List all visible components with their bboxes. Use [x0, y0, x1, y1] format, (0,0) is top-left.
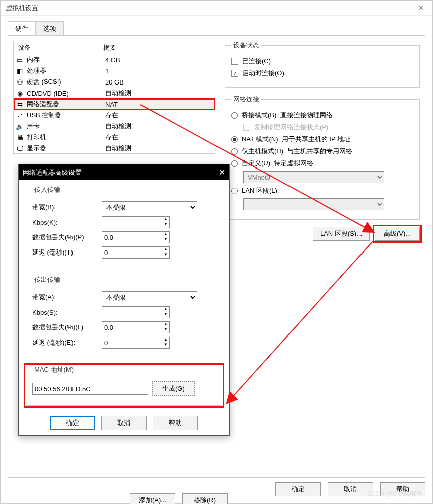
- memory-icon: ▭: [16, 56, 24, 64]
- cpu-icon: ◧: [16, 67, 24, 75]
- bandwidth-in-select[interactable]: 不受限: [102, 201, 197, 213]
- col-summary: 摘要: [103, 43, 116, 52]
- lan-segments-button[interactable]: LAN 区段(S)...: [313, 227, 370, 241]
- spinner-icon[interactable]: ▲▼: [162, 231, 170, 243]
- delay-out-input[interactable]: [102, 337, 162, 349]
- spinner-icon[interactable]: ▲▼: [162, 321, 170, 333]
- mac-input[interactable]: [32, 383, 148, 395]
- titlebar: 虚拟机设置 ✕: [1, 1, 432, 16]
- display-icon: 🖵: [16, 145, 24, 152]
- col-device: 设备: [18, 43, 103, 52]
- tabs: 硬件 选项: [8, 21, 425, 35]
- network-icon: ⇆: [16, 101, 24, 108]
- mac-group: MAC 地址(M) 生成(G): [26, 365, 222, 406]
- cd-icon: ◉: [16, 90, 24, 97]
- table-row[interactable]: 🖶打印机存在: [14, 132, 215, 143]
- table-row[interactable]: ⇌USB 控制器存在: [14, 110, 215, 121]
- advanced-dialog: 网络适配器高级设置 ✕ 传入传输 带宽(B):不受限 Kbps(K):▲▼ 数据…: [18, 164, 230, 436]
- modal-ok-button[interactable]: 确定: [50, 416, 95, 430]
- incoming-group: 传入传输 带宽(B):不受限 Kbps(K):▲▼ 数据包丢失(%)(P)▲▼ …: [26, 185, 222, 268]
- close-icon[interactable]: ✕: [415, 3, 427, 13]
- tab-options[interactable]: 选项: [36, 21, 64, 36]
- watermark: CSDN @炸鸡嘎嘣脆: [367, 490, 422, 498]
- status-legend: 设备状态: [231, 41, 261, 50]
- loss-in-input[interactable]: [102, 231, 162, 243]
- netconn-legend: 网络连接: [231, 95, 261, 104]
- settings-window: 虚拟机设置 ✕ 硬件 选项 设备 摘要 ▭内存4 GB ◧处理器1 ⛁: [0, 0, 433, 504]
- connected-label: 已连接(C): [242, 57, 271, 66]
- table-row-network[interactable]: ⇆网络适配器NAT: [14, 99, 215, 110]
- add-button[interactable]: 添加(A)...: [130, 493, 175, 504]
- modal-help-button[interactable]: 帮助: [153, 416, 198, 430]
- radio-lan[interactable]: [231, 188, 238, 194]
- network-connection-group: 网络连接 桥接模式(B): 直接连接物理网络 复制物理网络连接状态(P) NAT…: [225, 95, 420, 220]
- printer-icon: 🖶: [16, 134, 24, 141]
- table-row[interactable]: 🖵显示器自动检测: [14, 143, 215, 154]
- kbps-out-input[interactable]: [102, 306, 162, 318]
- modal-cancel-button[interactable]: 取消: [101, 416, 147, 430]
- generate-button[interactable]: 生成(G): [152, 381, 195, 396]
- lan-select: [243, 198, 384, 210]
- connected-checkbox[interactable]: [231, 58, 238, 65]
- radio-host[interactable]: [231, 148, 238, 155]
- remove-button[interactable]: 移除(R): [182, 493, 228, 504]
- bandwidth-out-select[interactable]: 不受限: [102, 291, 197, 303]
- table-row[interactable]: ▭内存4 GB: [14, 54, 215, 65]
- table-row[interactable]: ⛁硬盘 (SCSI)20 GB: [14, 76, 215, 88]
- table-row[interactable]: ◧处理器1: [14, 65, 215, 76]
- close-icon[interactable]: ✕: [219, 167, 225, 177]
- spinner-icon[interactable]: ▲▼: [162, 337, 170, 349]
- spinner-icon[interactable]: ▲▼: [162, 216, 170, 228]
- replicate-checkbox: [243, 124, 250, 131]
- loss-out-input[interactable]: [102, 321, 162, 333]
- sound-icon: 🔈: [16, 123, 24, 130]
- connect-on-checkbox[interactable]: ✓: [231, 70, 238, 77]
- advanced-button[interactable]: 高级(V)...: [375, 227, 420, 241]
- ok-button[interactable]: 确定: [275, 482, 321, 496]
- device-status-group: 设备状态 已连接(C) ✓启动时连接(O): [225, 41, 420, 88]
- table-row[interactable]: 🔈声卡自动检测: [14, 121, 215, 132]
- table-row[interactable]: ◉CD/DVD (IDE)自动检测: [14, 88, 215, 99]
- radio-bridge[interactable]: [231, 112, 238, 119]
- device-table: 设备 摘要 ▭内存4 GB ◧处理器1 ⛁硬盘 (SCSI)20 GB ◉CD/…: [13, 41, 215, 154]
- radio-custom[interactable]: [231, 160, 238, 167]
- window-title: 虚拟机设置: [6, 4, 38, 13]
- cancel-button[interactable]: 取消: [328, 482, 373, 496]
- modal-title: 网络适配器高级设置: [23, 168, 82, 177]
- vmnet-select: VMnet0: [243, 171, 384, 183]
- outgoing-group: 传出传输 带宽(A):不受限 Kbps(S):▲▼ 数据包丢失(%)(L)▲▼ …: [26, 275, 222, 358]
- tab-hardware[interactable]: 硬件: [8, 21, 36, 36]
- disk-icon: ⛁: [16, 78, 24, 86]
- connect-on-label: 启动时连接(O): [242, 69, 284, 78]
- kbps-in-input[interactable]: [102, 216, 162, 228]
- radio-nat[interactable]: [231, 136, 238, 143]
- usb-icon: ⇌: [16, 112, 24, 119]
- delay-in-input[interactable]: [102, 246, 162, 259]
- spinner-icon[interactable]: ▲▼: [162, 306, 170, 318]
- spinner-icon[interactable]: ▲▼: [162, 246, 170, 259]
